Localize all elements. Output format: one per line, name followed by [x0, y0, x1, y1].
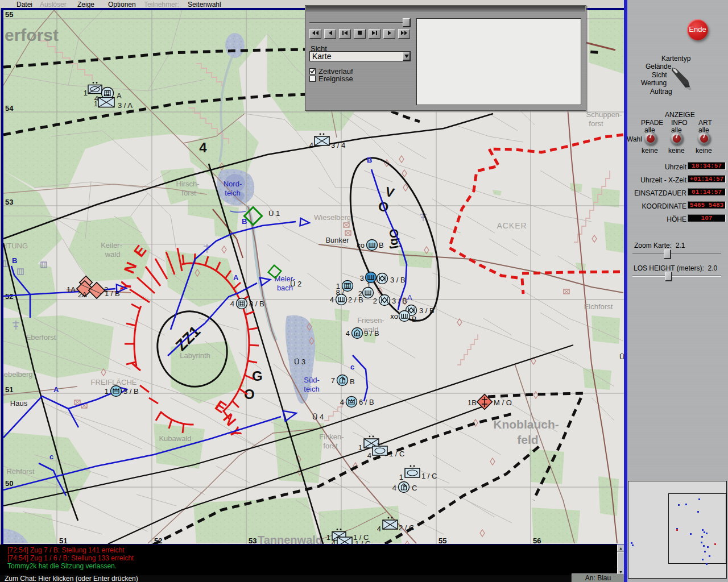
svg-text:2: 2 — [373, 297, 377, 305]
svg-text:3 / B: 3 / B — [392, 297, 407, 305]
svg-text:Wieselberg: Wieselberg — [314, 213, 351, 222]
svg-text:2 / B: 2 / B — [348, 296, 363, 304]
svg-text:4: 4 — [230, 300, 234, 308]
svg-text:Knoblauch-: Knoblauch- — [493, 418, 559, 431]
svg-text:Friesen-: Friesen- — [357, 316, 384, 325]
svg-text:Elchforst: Elchforst — [584, 302, 613, 311]
svg-text:4: 4 — [332, 539, 336, 544]
svg-text:53: 53 — [5, 198, 13, 206]
svg-text:FREIFLÄCHE: FREIFLÄCHE — [91, 378, 137, 386]
svg-text:Haus: Haus — [10, 399, 28, 408]
svg-text:c: c — [49, 452, 53, 461]
svg-text:53: 53 — [249, 537, 257, 544]
svg-text:Süd-: Süd- — [304, 376, 319, 384]
svg-text:4: 4 — [340, 398, 344, 406]
svg-text:8 / B: 8 / B — [249, 300, 264, 308]
svg-text:54: 54 — [5, 104, 14, 113]
svg-text:G: G — [252, 368, 263, 384]
svg-text:co: co — [357, 241, 365, 250]
svg-text:Ü 1: Ü 1 — [268, 209, 280, 218]
svg-text:51: 51 — [5, 385, 13, 394]
svg-text:3 / B: 3 / B — [419, 306, 435, 315]
svg-text:55: 55 — [5, 10, 13, 19]
svg-text:Hirsch-: Hirsch- — [176, 180, 199, 188]
svg-text:4: 4 — [392, 484, 396, 492]
svg-text:Rehforst: Rehforst — [6, 467, 35, 476]
svg-text:feld: feld — [517, 433, 538, 446]
svg-text:1 / C: 1 / C — [421, 472, 437, 480]
svg-text:51: 51 — [59, 537, 67, 544]
svg-text:Tannenwald: Tannenwald — [258, 534, 322, 544]
svg-text:erforst: erforst — [5, 26, 59, 44]
svg-text:forst: forst — [181, 189, 196, 197]
svg-text:3 / 4: 3 / 4 — [331, 141, 345, 149]
svg-text:56: 56 — [533, 537, 541, 544]
svg-text:1: 1 — [399, 473, 403, 481]
svg-text:3 / B: 3 / B — [390, 276, 406, 284]
svg-text:50: 50 — [5, 479, 13, 488]
svg-text:A: A — [407, 293, 412, 302]
svg-text:B: B — [12, 256, 17, 265]
svg-text:1: 1 — [84, 89, 88, 97]
svg-text:3 / A: 3 / A — [118, 101, 133, 110]
svg-text:8 /: 8 / — [336, 288, 345, 297]
svg-text:Ü 3: Ü 3 — [294, 357, 305, 366]
svg-text:1: 1 — [326, 533, 330, 542]
svg-text:4: 4 — [309, 141, 313, 149]
svg-text:forst: forst — [323, 442, 338, 450]
svg-text:1 / C: 1 / C — [355, 539, 370, 544]
svg-text:1B: 1B — [468, 398, 477, 407]
svg-text:B: B — [379, 241, 384, 250]
svg-text:forst: forst — [589, 119, 603, 128]
svg-text:55: 55 — [439, 537, 446, 544]
svg-text:Schuppen-: Schuppen- — [586, 110, 622, 119]
svg-text:7: 7 — [331, 376, 335, 385]
svg-text:4: 4 — [346, 329, 350, 338]
svg-text:Finken-: Finken- — [319, 433, 344, 441]
svg-text:B: B — [350, 377, 355, 386]
svg-text:xo: xo — [390, 312, 398, 321]
svg-text:1 / B: 1 / B — [105, 289, 120, 298]
svg-text:ACKER: ACKER — [497, 221, 527, 230]
svg-text:A: A — [53, 385, 59, 394]
svg-text:4: 4 — [94, 94, 98, 103]
svg-text:HTUNG: HTUNG — [3, 242, 28, 250]
svg-text:Eberforst: Eberforst — [26, 333, 56, 342]
svg-text:C: C — [412, 484, 417, 492]
svg-text:B: B — [412, 315, 417, 323]
svg-text:Ü: Ü — [619, 352, 624, 361]
svg-text:Ü 2: Ü 2 — [290, 280, 301, 288]
svg-text:1 / C: 1 / C — [389, 450, 404, 458]
svg-text:A: A — [233, 273, 239, 282]
svg-text:c: c — [350, 363, 354, 371]
svg-text:Bunker: Bunker — [325, 236, 349, 244]
svg-text:1: 1 — [105, 387, 109, 396]
svg-text:A: A — [117, 92, 122, 100]
svg-text:Kubawald: Kubawald — [159, 434, 191, 443]
svg-text:4: 4 — [367, 451, 371, 460]
svg-text:6 / B: 6 / B — [359, 398, 374, 406]
svg-text:9 / B: 9 / B — [364, 329, 379, 338]
svg-text:Nord-: Nord- — [224, 180, 242, 188]
svg-text:Keiler-: Keiler- — [101, 241, 122, 250]
svg-text:teich: teich — [304, 385, 319, 393]
svg-text:3: 3 — [360, 274, 364, 282]
svg-text:2A: 2A — [78, 290, 87, 299]
svg-text:B: B — [367, 156, 372, 164]
svg-text:M / O: M / O — [494, 398, 512, 407]
svg-text:Ü 4: Ü 4 — [312, 413, 324, 421]
svg-text:1A: 1A — [67, 285, 76, 294]
svg-text:wald: wald — [105, 250, 121, 259]
svg-text:teich: teich — [225, 189, 240, 197]
svg-text:4: 4 — [377, 525, 381, 533]
svg-text:4: 4 — [199, 140, 207, 155]
svg-text:4: 4 — [330, 296, 334, 304]
svg-text:2 / C: 2 / C — [399, 523, 414, 532]
svg-text:1: 1 — [358, 443, 362, 452]
svg-text:wiebelberg: wiebelberg — [3, 370, 32, 379]
svg-text:3 / B: 3 / B — [123, 387, 139, 396]
svg-text:1: 1 — [367, 281, 371, 289]
